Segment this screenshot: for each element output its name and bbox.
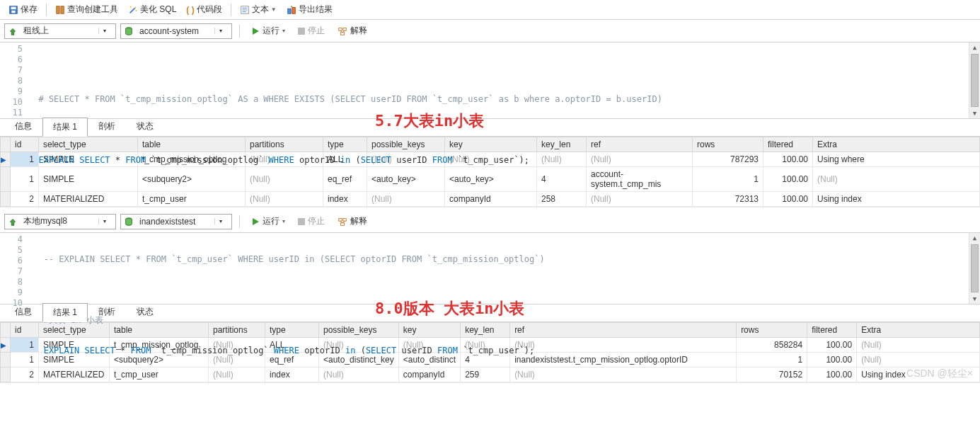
beautify-sql-button[interactable]: 美化 SQL <box>124 2 180 17</box>
scroll-down-icon[interactable]: ▼ <box>969 108 980 118</box>
query-builder-button[interactable]: 查询创建工具 <box>51 2 122 17</box>
text-icon <box>240 5 250 15</box>
export-label: 导出结果 <box>299 4 333 16</box>
chevron-down-icon: ▼ <box>271 6 277 13</box>
main-toolbar: 保存 查询创建工具 美化 SQL ( ) 代码段 文本 ▼ 导出结果 <box>0 0 980 20</box>
snippet-label: 代码段 <box>197 4 222 16</box>
tab-result[interactable]: 结果 1 <box>42 303 88 322</box>
row-marker <box>1 192 11 207</box>
query-panel-2: 本地mysql8 ▾ inandexiststest ▾ 运行 ▾ 停止 解释 … <box>0 210 980 383</box>
snippet-button[interactable]: ( ) 代码段 <box>182 2 226 17</box>
separator <box>239 25 240 38</box>
sql-code[interactable]: # SELECT * FROM `t_cmp_mission_optlog` A… <box>28 42 969 118</box>
database-combo[interactable]: account-system ▾ <box>120 23 232 39</box>
row-marker <box>1 167 11 192</box>
scroll-down-icon[interactable]: ▼ <box>969 294 980 304</box>
stop-button[interactable]: 停止 <box>294 23 329 38</box>
save-label: 保存 <box>21 4 38 16</box>
export-icon <box>287 5 296 15</box>
svg-rect-15 <box>298 28 305 35</box>
sql-code[interactable]: -- EXPLAIN SELECT * FROM `t_cmp_user` WH… <box>28 233 969 304</box>
run-button[interactable]: 运行 ▾ <box>247 23 289 38</box>
chevron-down-icon: ▾ <box>282 28 285 34</box>
svg-point-7 <box>136 10 137 11</box>
run-label: 运行 <box>263 25 279 37</box>
row-marker <box>1 353 11 368</box>
row-marker: ▶ <box>1 152 11 167</box>
line-gutter: 567891011 <box>0 42 28 118</box>
tab-result[interactable]: 结果 1 <box>42 118 88 137</box>
separator <box>46 4 47 16</box>
line-gutter: 45678910 <box>0 233 28 304</box>
explain-label: 解释 <box>350 25 367 37</box>
svg-point-6 <box>130 6 132 7</box>
explain-icon <box>338 26 347 36</box>
svg-rect-1 <box>11 6 16 9</box>
query-builder-icon <box>55 5 65 15</box>
parens-icon: ( ) <box>186 5 194 15</box>
save-icon <box>8 5 18 15</box>
scroll-up-icon[interactable]: ▲ <box>969 42 980 52</box>
row-header-corner <box>1 137 11 152</box>
text-mode-button[interactable]: 文本 ▼ <box>236 2 281 17</box>
svg-rect-2 <box>11 10 15 13</box>
plug-icon <box>5 26 21 36</box>
separator <box>231 4 231 16</box>
database-name: account-system <box>137 26 214 36</box>
export-button[interactable]: 导出结果 <box>282 2 337 17</box>
sql-editor-2[interactable]: 45678910 -- EXPLAIN SELECT * FROM `t_cmp… <box>0 233 980 304</box>
svg-rect-4 <box>61 6 64 13</box>
svg-point-5 <box>135 6 137 8</box>
save-button[interactable]: 保存 <box>4 2 42 17</box>
wand-icon <box>128 5 138 15</box>
sql-editor-1[interactable]: 567891011 # SELECT * FROM `t_cmp_mission… <box>0 42 980 118</box>
vertical-scrollbar[interactable]: ▲ ▼ <box>969 42 980 118</box>
play-icon <box>251 27 260 35</box>
plug-icon <box>5 217 21 227</box>
scroll-thumb[interactable] <box>971 54 979 107</box>
svg-rect-18 <box>340 32 344 35</box>
scroll-thumb[interactable] <box>971 244 979 292</box>
svg-rect-16 <box>339 28 342 30</box>
chevron-down-icon[interactable]: ▾ <box>98 28 110 34</box>
database-icon <box>121 26 137 36</box>
connection-row-1: 租线上 ▾ account-system ▾ 运行 ▾ 停止 解释 <box>0 20 980 42</box>
scroll-up-icon[interactable]: ▲ <box>969 233 980 243</box>
chevron-down-icon[interactable]: ▾ <box>214 28 226 34</box>
row-header-corner <box>1 323 11 338</box>
row-marker <box>1 368 11 382</box>
query-panel-1: 租线上 ▾ account-system ▾ 运行 ▾ 停止 解释 567891… <box>0 20 980 207</box>
stop-icon <box>298 28 305 35</box>
connection-combo[interactable]: 租线上 ▾ <box>4 23 116 39</box>
beautify-label: 美化 SQL <box>140 4 176 16</box>
explain-button[interactable]: 解释 <box>333 23 371 38</box>
svg-rect-12 <box>287 8 290 13</box>
stop-label: 停止 <box>308 25 325 37</box>
svg-rect-17 <box>343 28 346 30</box>
connection-name: 租线上 <box>21 25 98 37</box>
svg-rect-3 <box>57 6 59 13</box>
row-marker: ▶ <box>1 338 11 353</box>
query-builder-label: 查询创建工具 <box>67 4 118 16</box>
vertical-scrollbar[interactable]: ▲ ▼ <box>969 233 980 304</box>
text-label: 文本 <box>252 4 269 16</box>
svg-rect-13 <box>292 7 294 13</box>
